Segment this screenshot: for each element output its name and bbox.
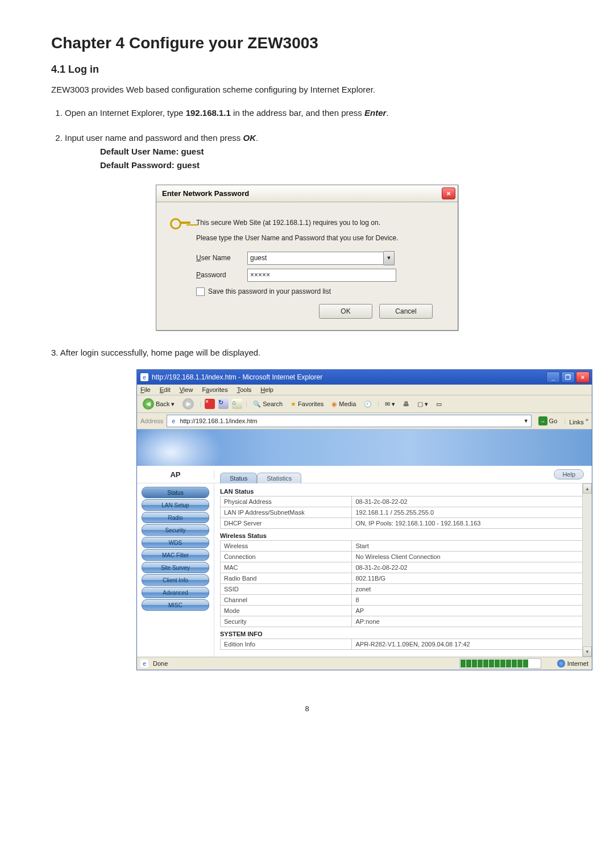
address-label: Address	[140, 418, 163, 424]
table-row: DHCP ServerON, IP Pools: 192.168.1.100 -…	[221, 518, 586, 529]
scroll-up-icon[interactable]: ▲	[583, 483, 592, 494]
wireless-status-table: WirelessStart ConnectionNo Wireless Clie…	[220, 540, 586, 627]
step-2: Input user name and password and then pr…	[65, 132, 563, 172]
save-password-label: Save this password in your password list	[208, 287, 331, 295]
text: Input user name and password and then pr…	[65, 133, 243, 143]
text: in the address bar, and then press	[231, 108, 364, 118]
tab-statistics[interactable]: Statistics	[257, 473, 301, 483]
ap-label: AP	[137, 470, 214, 479]
system-info-header: SYSTEM INFO	[220, 631, 586, 637]
scrollbar[interactable]: ▲ ▼	[582, 483, 592, 657]
menu-help[interactable]: Help	[260, 386, 273, 393]
sidebar-item-misc[interactable]: MISC	[142, 599, 209, 611]
dialog-message-1: This secure Web Site (at 192.168.1.1) re…	[196, 219, 380, 227]
text: Open an Internet Explorer, type	[65, 108, 186, 118]
step-3: 3. After login successfully, home page w…	[51, 347, 563, 360]
table-row: Radio Band802.11B/G	[221, 573, 586, 584]
links-label[interactable]: Links »	[569, 417, 588, 425]
stop-icon[interactable]: ✕	[205, 399, 215, 409]
menu-favorites[interactable]: Favorites	[202, 386, 227, 393]
sidebar-item-wds[interactable]: WDS	[142, 537, 209, 548]
dialog-message-2: Please type the User Name and Password t…	[196, 234, 444, 242]
internet-icon	[557, 660, 565, 667]
restore-icon[interactable]: ❐	[561, 372, 575, 383]
lan-status-header: LAN Status	[220, 488, 586, 495]
favorites-button[interactable]: ★Favorites	[288, 400, 326, 408]
password-label: Password	[196, 271, 247, 279]
sidebar-item-lan-setup[interactable]: LAN Setup	[142, 499, 209, 511]
page-icon: e	[169, 417, 177, 425]
search-button[interactable]: 🔍Search	[251, 400, 285, 408]
address-bar[interactable]: e http://192.168.1.1/index.htm ▼	[167, 415, 531, 427]
auth-dialog: Enter Network Password × This secure Web…	[156, 185, 458, 331]
ie-icon: e	[140, 373, 148, 381]
status-internet: Internet	[567, 660, 588, 667]
dropdown-icon[interactable]: ▼	[524, 418, 529, 424]
table-row: SSIDzonet	[221, 584, 586, 595]
discuss-icon[interactable]: ▭	[434, 400, 444, 408]
chapter-title: Chapter 4 Configure your ZEW3003	[51, 34, 563, 52]
table-row: Channel8	[221, 595, 586, 606]
scroll-down-icon[interactable]: ▼	[583, 646, 592, 657]
intro-text: ZEW3003 provides Web based configuration…	[51, 84, 563, 97]
go-button[interactable]: →Go	[535, 416, 561, 425]
mail-icon[interactable]: ✉▾	[383, 400, 397, 408]
back-button[interactable]: ◄Back ▾	[140, 398, 177, 410]
menu-file[interactable]: File	[140, 386, 151, 393]
minimize-icon[interactable]: _	[546, 372, 560, 383]
sidebar-item-mac-filter[interactable]: MAC Filter	[142, 549, 209, 561]
sidebar-item-radio[interactable]: Radio	[142, 512, 209, 523]
ok-button[interactable]: OK	[319, 304, 372, 319]
table-row: LAN IP Address/SubnetMask192.168.1.1 / 2…	[221, 507, 586, 518]
lan-status-table: Physical Address08-31-2c-08-22-02 LAN IP…	[220, 496, 586, 529]
progress-bar	[459, 658, 541, 669]
toolbar: ◄Back ▾ ► | ✕ ↻ ⌂ | 🔍Search ★Favorites ◉…	[137, 395, 592, 413]
menu-view[interactable]: View	[180, 386, 193, 393]
menu-bar: File Edit View Favorites Tools Help	[137, 385, 592, 395]
default-username: Default User Name: guest	[100, 145, 563, 158]
sidebar-item-client-info[interactable]: Client Info	[142, 574, 209, 586]
table-row: ModeAP	[221, 606, 586, 616]
system-info-table: Edition InfoAPR-R282-V1.1.09EN, 2009.04.…	[220, 639, 586, 650]
menu-tools[interactable]: Tools	[237, 386, 252, 393]
text: .	[386, 108, 388, 118]
section-title: 4.1 Log in	[51, 64, 563, 76]
username-input[interactable]: guest	[247, 252, 384, 265]
home-icon[interactable]: ⌂	[232, 399, 242, 409]
help-button[interactable]: Help	[554, 469, 584, 479]
menu-edit[interactable]: Edit	[160, 386, 171, 393]
key-icon	[170, 215, 190, 231]
refresh-icon[interactable]: ↻	[218, 399, 229, 409]
print-icon[interactable]: 🖶	[401, 400, 412, 408]
table-row: SecurityAP:none	[221, 616, 586, 627]
sidebar-item-advanced[interactable]: Advanced	[142, 587, 209, 598]
address-value: http://192.168.1.1/index.htm	[180, 418, 257, 424]
media-button[interactable]: ◉Media	[329, 400, 358, 408]
forward-button[interactable]: ►	[180, 398, 196, 410]
table-row: ConnectionNo Wireless Client Connection	[221, 552, 586, 562]
banner-image	[137, 429, 592, 466]
enter-key: Enter	[364, 108, 386, 118]
sidebar: Status LAN Setup Radio Security WDS MAC …	[137, 483, 214, 657]
cancel-button[interactable]: Cancel	[379, 304, 433, 319]
sidebar-item-security[interactable]: Security	[142, 524, 209, 536]
table-row: MAC08-31-2c-08-22-02	[221, 562, 586, 573]
password-input[interactable]: ×××××	[247, 269, 396, 282]
default-password: Default Password: guest	[100, 158, 563, 172]
ie-window: e http://192.168.1.1/index.htm - Microso…	[136, 369, 592, 670]
sidebar-item-status[interactable]: Status	[142, 487, 209, 498]
page-number: 8	[51, 704, 563, 713]
table-row: Physical Address08-31-2c-08-22-02	[221, 496, 586, 507]
dropdown-icon[interactable]: ▼	[384, 251, 395, 265]
close-icon[interactable]: ×	[442, 187, 455, 199]
status-done: Done	[153, 660, 168, 667]
step-1: Open an Internet Explorer, type 192.168.…	[65, 107, 563, 120]
close-icon[interactable]: ×	[576, 372, 590, 383]
edit-icon[interactable]: ▢▾	[415, 400, 430, 408]
tab-status[interactable]: Status	[220, 473, 257, 483]
text: .	[256, 133, 258, 143]
history-icon[interactable]: 🕘	[362, 400, 374, 408]
ip-bold: 192.168.1.1	[186, 108, 231, 118]
sidebar-item-site-survey[interactable]: Site Survey	[142, 562, 209, 573]
save-password-checkbox[interactable]	[196, 287, 205, 296]
